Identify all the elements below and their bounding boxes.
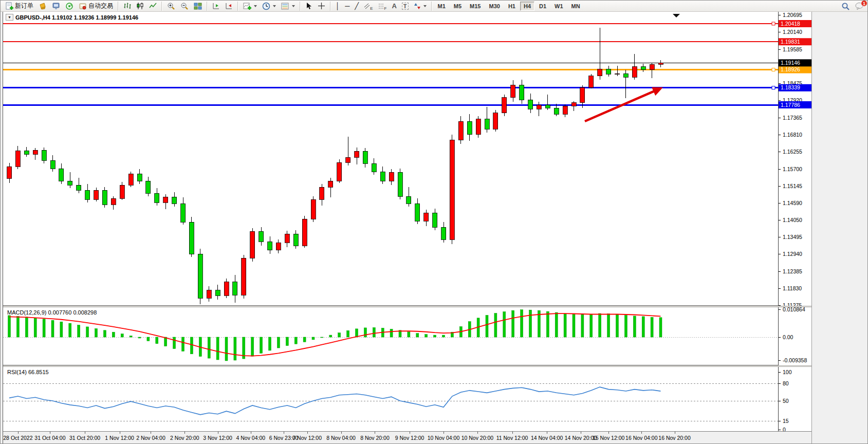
macd-pane[interactable]: 0.0108640.00-0.009358 xyxy=(3,307,811,365)
macd-hist-bar xyxy=(25,317,28,337)
timeframe-button-D1[interactable]: D1 xyxy=(535,2,550,11)
time-label: 15 Nov 12:00 xyxy=(593,435,624,441)
candle-body xyxy=(598,69,602,76)
candle-body xyxy=(207,290,211,299)
bar-chart-icon xyxy=(123,2,131,10)
candle-body xyxy=(407,196,411,203)
time-label: 9 Nov 12:00 xyxy=(395,435,424,441)
time-tick xyxy=(608,432,609,434)
timeframe-button-H4[interactable]: H4 xyxy=(520,2,534,11)
macd-hist-bar xyxy=(190,337,193,354)
time-label: 7 Nov 12:00 xyxy=(292,435,322,441)
macd-hist-bar xyxy=(78,325,80,337)
trendline-tool-button[interactable]: ╱ xyxy=(352,1,361,11)
templates-button[interactable] xyxy=(279,1,298,11)
bar-chart-mode-button[interactable] xyxy=(121,1,134,11)
candle-body xyxy=(441,227,446,239)
candle-body xyxy=(189,222,194,254)
macd-hist-bar xyxy=(408,332,410,337)
timeframe-button-M15[interactable]: M15 xyxy=(466,2,484,11)
svg-text:1.20140: 1.20140 xyxy=(783,29,802,35)
svg-text:-0.009358: -0.009358 xyxy=(783,357,807,363)
timeframe-button-MN[interactable]: MN xyxy=(568,2,584,11)
macd-hist-bar xyxy=(338,333,341,337)
timeframe-button-M30[interactable]: M30 xyxy=(486,2,504,11)
svg-text:1.19831: 1.19831 xyxy=(781,39,800,45)
line-chart-mode-button[interactable] xyxy=(146,1,159,11)
macd-hist-bar xyxy=(173,337,176,348)
macd-hist-bar xyxy=(312,337,315,340)
auto-trading-button[interactable]: 自动交易 xyxy=(76,1,116,11)
time-tick xyxy=(375,432,375,434)
auto-trading-icon xyxy=(79,2,87,10)
periods-button[interactable] xyxy=(260,1,279,11)
time-axis[interactable]: 28 Oct 202231 Oct 04:0031 Oct 20:001 Nov… xyxy=(3,431,811,443)
text-tool-button[interactable]: A xyxy=(389,1,399,11)
candle-body xyxy=(502,98,507,113)
chart-shift-button[interactable] xyxy=(210,1,223,11)
macd-hist-bar xyxy=(425,335,428,337)
signals-button[interactable] xyxy=(63,1,76,11)
notifications-button[interactable]: 1 xyxy=(855,2,864,10)
candle-body xyxy=(77,185,81,190)
time-label: 4 Nov 04:00 xyxy=(236,435,266,441)
rsi-indicator-label: RSI(14) 66.8515 xyxy=(7,369,49,375)
fibonacci-tool-button[interactable]: F xyxy=(376,1,390,11)
channel-tool-button[interactable]: E xyxy=(361,1,375,11)
indicators-caret xyxy=(254,5,257,7)
separator xyxy=(118,2,119,11)
candle-body xyxy=(276,243,281,250)
main-chart-pane[interactable]: 1.206951.201401.195851.184751.179201.173… xyxy=(3,12,811,306)
svg-text:0.00: 0.00 xyxy=(783,334,793,340)
clock-icon xyxy=(262,2,270,10)
svg-text:1.19585: 1.19585 xyxy=(783,46,802,52)
auto-scroll-button[interactable] xyxy=(223,1,235,11)
time-tick xyxy=(18,432,19,434)
time-label: 2 Nov 04:00 xyxy=(136,435,165,441)
candle-body xyxy=(493,113,498,129)
indicators-button[interactable] xyxy=(241,1,260,11)
svg-text:1.20695: 1.20695 xyxy=(783,12,802,18)
zoom-out-button[interactable] xyxy=(178,1,191,11)
toolbar-right: 1 xyxy=(841,1,864,12)
timeframe-button-H1[interactable]: H1 xyxy=(505,2,519,11)
crosshair-tool-button[interactable] xyxy=(315,1,328,11)
macd-hist-bar xyxy=(416,334,419,337)
chart-shift-icon xyxy=(212,2,220,10)
macd-hist-bar xyxy=(60,322,63,337)
candle-body xyxy=(467,121,472,135)
search-icon[interactable] xyxy=(841,2,850,11)
indicators-icon xyxy=(243,2,251,10)
time-tick xyxy=(251,432,251,434)
hline-tool-button[interactable]: ─ xyxy=(342,1,352,11)
time-tick xyxy=(477,432,478,434)
separator xyxy=(300,2,301,11)
timeframe-button-M1[interactable]: M1 xyxy=(434,2,449,11)
vline-tool-button[interactable]: │ xyxy=(333,1,342,11)
candle-body xyxy=(163,197,168,202)
label-tool-button[interactable]: T xyxy=(399,1,411,11)
cursor-tool-button[interactable] xyxy=(303,1,315,11)
candle-chart-mode-button[interactable] xyxy=(134,1,146,11)
cursor-icon xyxy=(305,2,312,10)
timeframe-button-M5[interactable]: M5 xyxy=(450,2,465,11)
one-click-collapse-button[interactable]: ▼ xyxy=(6,14,13,21)
macd-hist-bar xyxy=(95,328,98,337)
zoom-in-button[interactable] xyxy=(164,1,178,11)
tile-windows-button[interactable] xyxy=(191,1,205,11)
svg-text:1.11275: 1.11275 xyxy=(783,302,802,306)
rsi-pane[interactable]: 1008050150 xyxy=(3,367,811,431)
quotes-button[interactable] xyxy=(36,1,49,11)
macd-hist-bar xyxy=(546,311,549,337)
macd-hist-bar xyxy=(494,313,497,337)
new-order-button[interactable]: 新订单 xyxy=(3,1,36,11)
market-watch-button[interactable] xyxy=(49,1,63,11)
candle-body xyxy=(224,282,229,295)
svg-text:1.13495: 1.13495 xyxy=(783,234,802,240)
candle-body xyxy=(285,234,289,243)
candle-body xyxy=(268,242,272,250)
arrows-tool-button[interactable] xyxy=(411,1,429,11)
arrows-tool-icon xyxy=(414,3,421,10)
svg-text:1.14590: 1.14590 xyxy=(783,200,802,206)
timeframe-button-W1[interactable]: W1 xyxy=(551,2,567,11)
